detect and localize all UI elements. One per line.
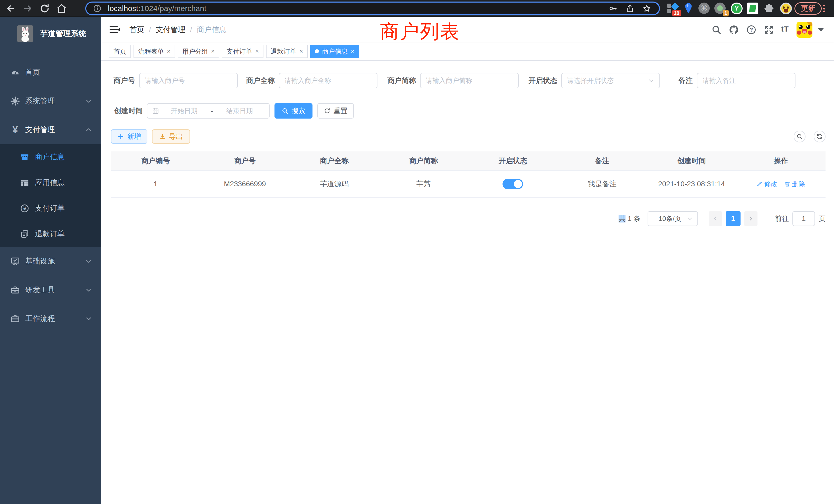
sidebar-item-label: 首页 — [25, 67, 40, 77]
search-button[interactable]: 搜索 — [275, 103, 312, 118]
url-path: :1024/pay/merchant — [138, 4, 206, 13]
tab-user-group[interactable]: 用户分组× — [178, 45, 219, 58]
close-icon[interactable]: × — [300, 48, 303, 54]
search-icon[interactable] — [711, 25, 722, 35]
search-icon — [282, 108, 288, 114]
close-icon[interactable]: × — [211, 48, 215, 54]
sidebar-fold-icon[interactable] — [109, 25, 120, 35]
chevron-up-icon — [85, 127, 92, 133]
short-name-input[interactable] — [420, 73, 519, 88]
sidebar-item-system[interactable]: 系统管理 — [0, 87, 101, 115]
sidebar-item-pay-order[interactable]: ¥ 支付订单 — [0, 196, 101, 221]
extension-icon-command[interactable]: ⌘ — [698, 3, 710, 14]
font-size-icon[interactable]: tT — [781, 25, 789, 35]
app-logo — [17, 25, 34, 42]
next-page-button[interactable] — [744, 211, 758, 226]
tab-refund-order[interactable]: 退款订单× — [266, 45, 308, 58]
help-icon[interactable]: ? — [746, 25, 756, 35]
avatar-dropdown-caret[interactable] — [818, 28, 824, 31]
app-logo-row[interactable]: 芋道管理系统 — [0, 17, 101, 45]
profile-emoji-avatar[interactable] — [780, 3, 792, 14]
short-name-label: 商户简称 — [383, 76, 420, 86]
goto-label: 前往 — [775, 214, 789, 223]
goto-unit: 页 — [818, 214, 826, 223]
add-button[interactable]: 新增 — [111, 129, 147, 144]
cell-remark: 我是备注 — [557, 179, 647, 189]
dashboard-icon — [10, 68, 20, 77]
extension-badge: 10 — [672, 10, 681, 17]
chevron-right-icon — [748, 216, 754, 222]
extension-icon-doc[interactable] — [747, 3, 759, 14]
date-range-picker[interactable]: 开始日期 - 结束日期 — [147, 103, 270, 118]
merchant-no-input[interactable] — [139, 73, 238, 88]
sidebar-item-refund-order[interactable]: 退款订单 — [0, 221, 101, 247]
delete-link[interactable]: 删除 — [784, 180, 805, 189]
sidebar-item-home[interactable]: 首页 — [0, 58, 101, 87]
home-icon[interactable] — [57, 3, 67, 14]
extension-icon-pin[interactable] — [682, 3, 694, 14]
tab-merchant-info[interactable]: 商户信息× — [310, 45, 359, 58]
address-bar[interactable]: localhost:1024/pay/merchant — [85, 2, 660, 16]
table-row: 1 M233666999 芋道源码 芋艿 我是备注 2021-10-23 08:… — [111, 171, 826, 198]
close-icon[interactable]: × — [255, 48, 259, 54]
sidebar-item-app-info[interactable]: 应用信息 — [0, 170, 101, 196]
prev-page-button[interactable] — [709, 211, 722, 226]
extension-icon-y[interactable]: Y — [731, 3, 743, 14]
url-host: localhost — [108, 4, 138, 13]
site-info-icon[interactable] — [93, 4, 102, 13]
sidebar-item-merchant-info[interactable]: 商户信息 — [0, 144, 101, 170]
status-toggle-on[interactable] — [503, 179, 523, 189]
active-tab-dot — [315, 49, 319, 53]
sidebar-item-pay[interactable]: ¥ 支付管理 — [0, 115, 101, 144]
github-icon[interactable] — [729, 25, 739, 35]
chevron-left-icon — [712, 216, 718, 222]
tab-pay-order[interactable]: 支付订单× — [222, 45, 263, 58]
reset-button[interactable]: 重置 — [317, 103, 354, 118]
tab-home[interactable]: 首页 — [109, 45, 131, 58]
close-icon[interactable]: × — [167, 48, 171, 54]
extensions-puzzle-icon[interactable] — [764, 3, 775, 14]
tab-process-form[interactable]: 流程表单× — [133, 45, 175, 58]
reload-icon[interactable] — [40, 3, 50, 14]
briefcase-icon — [10, 314, 20, 324]
goto-page-input[interactable] — [792, 211, 815, 226]
forward-icon[interactable] — [23, 3, 33, 14]
edit-link[interactable]: 修改 — [756, 180, 777, 189]
date-end-placeholder: 结束日期 — [214, 107, 264, 115]
sidebar-item-label: 研发工具 — [25, 285, 55, 295]
table-refresh-button[interactable] — [814, 131, 826, 142]
close-icon[interactable]: × — [351, 48, 354, 54]
remark-input[interactable] — [697, 73, 795, 88]
app-title: 芋道管理系统 — [40, 28, 86, 39]
fullscreen-icon[interactable] — [764, 25, 774, 35]
share-icon[interactable] — [626, 4, 634, 13]
sidebar-item-infra[interactable]: 基础设施 — [0, 247, 101, 276]
sidebar-item-workflow[interactable]: 工作流程 — [0, 304, 101, 333]
chrome-update-button[interactable]: 更新 — [794, 2, 822, 15]
y-letter: Y — [734, 5, 739, 12]
breadcrumb-pay[interactable]: 支付管理 — [156, 25, 185, 35]
page-size-select[interactable]: 10条/页 — [648, 211, 698, 226]
back-icon[interactable] — [6, 3, 16, 14]
export-button[interactable]: 导出 — [152, 129, 190, 144]
created-time-label: 创建时间 — [111, 106, 147, 116]
svg-text:¥: ¥ — [23, 206, 26, 211]
breadcrumb-home[interactable]: 首页 — [129, 25, 144, 35]
url-text[interactable]: localhost:1024/pay/merchant — [108, 4, 609, 13]
key-icon[interactable] — [609, 4, 617, 13]
chevron-down-icon — [85, 315, 92, 322]
extension-icon-tabs[interactable]: 10 — [666, 3, 678, 14]
full-name-input[interactable] — [279, 73, 377, 88]
user-avatar[interactable] — [796, 22, 812, 38]
browser-toolbar: localhost:1024/pay/merchant 10 ⌘ 1 Y 更新 — [0, 0, 834, 17]
page-number-1[interactable]: 1 — [726, 211, 741, 226]
bookmark-star-icon[interactable] — [642, 4, 651, 13]
browser-menu-icon[interactable] — [823, 3, 825, 14]
status-select[interactable]: 请选择开启状态 — [561, 73, 660, 88]
sidebar-item-dev-tools[interactable]: 研发工具 — [0, 276, 101, 304]
extension-icon-status[interactable]: 1 — [714, 3, 726, 14]
status-label: 开启状态 — [524, 76, 561, 86]
shop-icon — [20, 153, 29, 162]
sidebar-item-label: 应用信息 — [35, 178, 65, 188]
table-search-toggle-button[interactable] — [794, 131, 806, 142]
